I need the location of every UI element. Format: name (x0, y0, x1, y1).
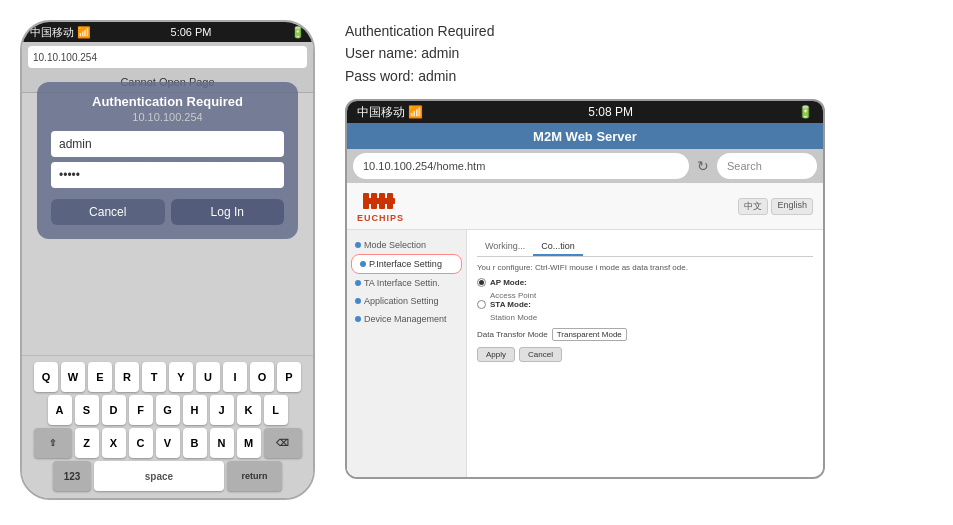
web-body: Mode Selection P.Interface Setting TA In… (347, 230, 823, 477)
key-z[interactable]: Z (75, 428, 99, 458)
sidebar-dot (355, 242, 361, 248)
auth-line2: User name: admin (345, 42, 933, 64)
tab-configuration[interactable]: Co...tion (533, 238, 583, 256)
sidebar-app-setting[interactable]: Application Setting (347, 292, 466, 310)
login-button[interactable]: Log In (171, 199, 285, 225)
title-bar: M2M Web Server (347, 123, 823, 149)
sidebar-dot-active (360, 261, 366, 267)
browser-bar: 10.10.100.254 (22, 42, 313, 72)
phone-content-area: Cannot Open Page Store Authentication Re… (22, 72, 313, 355)
carrier-text: 中国移动 (30, 25, 74, 40)
wifi-icon: 📶 (77, 26, 91, 39)
apply-button[interactable]: Apply (477, 347, 515, 362)
tabs-bar: Working... Co...tion (477, 238, 813, 257)
key-c[interactable]: C (129, 428, 153, 458)
key-o[interactable]: O (250, 362, 274, 392)
key-row-2: A S D F G H J K L (26, 395, 309, 425)
browser-address[interactable]: 10.10.100.254 (28, 46, 307, 68)
sta-mode-option: STA Mode: (477, 300, 813, 309)
sidebar-dot-dev (355, 316, 361, 322)
battery-icon: 🔋 (291, 26, 305, 39)
web-sidebar: Mode Selection P.Interface Setting TA In… (347, 230, 467, 477)
sidebar-p-interface[interactable]: P.Interface Setting (351, 254, 462, 274)
key-y[interactable]: Y (169, 362, 193, 392)
key-d[interactable]: D (102, 395, 126, 425)
password-input[interactable] (51, 162, 284, 188)
cancel-button[interactable]: Cancel (51, 199, 165, 225)
key-a[interactable]: A (48, 395, 72, 425)
lang-en-button[interactable]: English (771, 198, 813, 215)
key-row-1: Q W E R T Y U I O P (26, 362, 309, 392)
search-field[interactable]: Search (717, 153, 817, 179)
config-description: You r configure: Ctrl-WIFI mouse i mode … (477, 263, 813, 272)
username-input[interactable] (51, 131, 284, 157)
main-container: 中国移动 📶 5:06 PM 🔋 10.10.100.254 Cannot Op… (0, 0, 953, 525)
key-e[interactable]: E (88, 362, 112, 392)
status-left: 中国移动 📶 (30, 25, 91, 40)
sidebar-mode-selection[interactable]: Mode Selection (347, 236, 466, 254)
key-n[interactable]: N (210, 428, 234, 458)
right-carrier: 中国移动 📶 (357, 104, 423, 121)
key-h[interactable]: H (183, 395, 207, 425)
key-l[interactable]: L (264, 395, 288, 425)
ap-sublabel: Access Point (490, 291, 813, 300)
logo-svg (361, 189, 401, 213)
ap-radio[interactable] (477, 278, 486, 287)
key-s[interactable]: S (75, 395, 99, 425)
key-m[interactable]: M (237, 428, 261, 458)
delete-key[interactable]: ⌫ (264, 428, 302, 458)
svg-rect-4 (365, 198, 395, 204)
auth-info: Authentication Required User name: admin… (345, 20, 933, 87)
shift-key[interactable]: ⇧ (34, 428, 72, 458)
key-w[interactable]: W (61, 362, 85, 392)
sta-radio[interactable] (477, 300, 486, 309)
right-wifi-icon: 📶 (408, 105, 423, 119)
key-u[interactable]: U (196, 362, 220, 392)
key-row-3: ⇧ Z X C V B N M ⌫ (26, 428, 309, 458)
sidebar-dot-app (355, 298, 361, 304)
web-content: EUCHIPS 中文 English Mode Selection (347, 183, 823, 477)
cancel-button-right[interactable]: Cancel (519, 347, 562, 362)
keyboard: Q W E R T Y U I O P A S D F G H J K L (22, 355, 313, 498)
url-field[interactable]: 10.10.100.254/home.htm (353, 153, 689, 179)
reload-icon[interactable]: ↻ (693, 156, 713, 176)
data-transfer-label: Data Transfor Mode (477, 330, 548, 339)
action-buttons: Apply Cancel (477, 347, 813, 362)
key-k[interactable]: K (237, 395, 261, 425)
key-b[interactable]: B (183, 428, 207, 458)
lang-cn-button[interactable]: 中文 (738, 198, 768, 215)
dialog-buttons: Cancel Log In (51, 199, 284, 225)
logo-text: EUCHIPS (357, 213, 404, 223)
return-key[interactable]: return (227, 461, 282, 491)
sta-sublabel: Station Mode (490, 313, 813, 322)
sidebar-device-mgmt[interactable]: Device Management (347, 310, 466, 328)
key-j[interactable]: J (210, 395, 234, 425)
space-key[interactable]: space (94, 461, 224, 491)
key-q[interactable]: Q (34, 362, 58, 392)
key-r[interactable]: R (115, 362, 139, 392)
right-status-bar: 中国移动 📶 5:08 PM 🔋 (347, 101, 823, 123)
key-t[interactable]: T (142, 362, 166, 392)
phone-right: 中国移动 📶 5:08 PM 🔋 M2M Web Server 10.10.10… (345, 99, 825, 479)
left-status-bar: 中国移动 📶 5:06 PM 🔋 (22, 22, 313, 42)
key-p[interactable]: P (277, 362, 301, 392)
web-header: EUCHIPS 中文 English (347, 183, 823, 230)
tab-working[interactable]: Working... (477, 238, 533, 256)
lang-buttons: 中文 English (738, 198, 813, 215)
url-bar: 10.10.100.254/home.htm ↻ Search (347, 149, 823, 183)
sidebar-ta-interface[interactable]: TA Interface Settin. (347, 274, 466, 292)
dialog-title: Authentication Required (51, 94, 284, 109)
key-g[interactable]: G (156, 395, 180, 425)
sidebar-dot-ta (355, 280, 361, 286)
auth-line3: Pass word: admin (345, 65, 933, 87)
key-v[interactable]: V (156, 428, 180, 458)
key-x[interactable]: X (102, 428, 126, 458)
sta-mode-label: STA Mode: (490, 300, 531, 309)
key-i[interactable]: I (223, 362, 247, 392)
key-f[interactable]: F (129, 395, 153, 425)
data-transfer-dropdown[interactable]: Transparent Mode (552, 328, 627, 341)
right-time: 5:08 PM (588, 105, 633, 119)
ap-mode-label: AP Mode: (490, 278, 527, 287)
time-text: 5:06 PM (171, 26, 212, 38)
num-key[interactable]: 123 (53, 461, 91, 491)
